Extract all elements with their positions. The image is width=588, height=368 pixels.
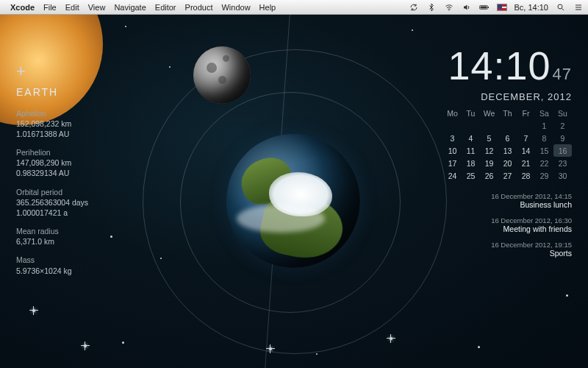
calendar-day-cell[interactable] <box>480 119 498 132</box>
orbital-period-years: 1.000017421 a <box>16 208 156 218</box>
svg-rect-2 <box>488 7 489 8</box>
spotlight-icon[interactable] <box>556 3 566 12</box>
calendar-day-cell[interactable]: 28 <box>517 169 535 182</box>
calendar-day-cell[interactable]: 8 <box>535 132 553 144</box>
calendar-day-cell[interactable]: 22 <box>535 157 553 169</box>
calendar-day-header: Su <box>553 107 572 119</box>
expand-info-button[interactable]: + <box>16 60 156 82</box>
calendar-day-cell[interactable]: 7 <box>517 132 535 144</box>
menu-navigate[interactable]: Navigate <box>114 3 146 12</box>
calendar-day-cell[interactable]: 5 <box>480 132 498 144</box>
calendar-day-cell[interactable] <box>443 119 462 132</box>
star-icon <box>169 66 171 68</box>
calendar-day-cell[interactable]: 30 <box>553 169 572 182</box>
star-icon <box>84 344 87 347</box>
mean-radius-label: Mean radius <box>16 226 156 236</box>
calendar-day-cell[interactable]: 2 <box>553 119 572 132</box>
events-list: 16 December 2012, 14:15Business lunch16 … <box>417 192 572 258</box>
calendar-month-title: DECEMBER, 2012 <box>417 91 572 102</box>
calendar-day-cell[interactable]: 10 <box>443 144 462 157</box>
menu-window[interactable]: Window <box>221 3 250 12</box>
calendar-day-cell[interactable]: 1 <box>535 119 553 132</box>
svg-rect-3 <box>480 6 487 8</box>
calendar-day-cell[interactable] <box>517 119 535 132</box>
calendar-day-cell[interactable]: 25 <box>462 169 480 182</box>
calendar-day-cell[interactable] <box>462 119 480 132</box>
calendar-grid: MoTuWeThFrSaSu12345678910111213141516171… <box>417 107 572 182</box>
calendar-day-cell[interactable]: 24 <box>443 169 462 182</box>
calendar-day-cell[interactable]: 19 <box>480 157 498 169</box>
calendar-day-cell[interactable]: 18 <box>462 157 480 169</box>
calendar-day-header: Th <box>498 107 517 119</box>
app-menus: Xcode File Edit View Navigate Editor Pro… <box>10 3 276 12</box>
clock-calendar-panel: 14:1047 DECEMBER, 2012 MoTuWeThFrSaSu123… <box>417 43 572 265</box>
star-icon <box>478 346 480 348</box>
calendar-day-cell[interactable]: 21 <box>517 157 535 169</box>
event-item[interactable]: 16 December 2012, 19:15Sports <box>417 241 572 258</box>
star-icon <box>125 26 126 27</box>
orbital-period-label: Orbital period <box>16 187 156 197</box>
earth-body <box>226 134 360 268</box>
menu-editor[interactable]: Editor <box>155 3 176 12</box>
event-title: Business lunch <box>417 200 572 209</box>
calendar-day-header: Tu <box>462 107 480 119</box>
sync-icon[interactable] <box>409 3 419 12</box>
calendar-day-cell[interactable]: 26 <box>480 169 498 182</box>
svg-point-4 <box>558 4 562 9</box>
macos-menubar: Xcode File Edit View Navigate Editor Pro… <box>0 0 588 15</box>
calendar-day-header: Sa <box>535 107 553 119</box>
star-icon <box>566 294 568 297</box>
event-item[interactable]: 16 December 2012, 14:15Business lunch <box>417 192 572 209</box>
menu-app[interactable]: Xcode <box>10 3 35 12</box>
volume-icon[interactable] <box>462 3 472 12</box>
perihelion-au: 0.98329134 AU <box>16 168 156 178</box>
star-icon <box>122 342 124 344</box>
calendar-day-cell[interactable] <box>498 119 517 132</box>
calendar-day-cell[interactable]: 23 <box>553 157 572 169</box>
star-icon <box>269 347 272 350</box>
notification-center-icon[interactable] <box>573 3 584 12</box>
event-when: 16 December 2012, 19:15 <box>417 241 572 249</box>
menubar-status-area: Bc, 14:10 <box>409 3 584 12</box>
wifi-icon[interactable] <box>444 3 454 12</box>
planet-name: EARTH <box>16 85 156 99</box>
star-icon <box>316 353 318 355</box>
calendar-day-header: Mo <box>443 107 462 119</box>
event-title: Sports <box>417 249 572 258</box>
calendar-day-cell[interactable]: 3 <box>443 132 462 144</box>
calendar-day-cell[interactable]: 4 <box>462 132 480 144</box>
menu-file[interactable]: File <box>43 3 57 12</box>
mass-label: Mass <box>16 255 156 265</box>
star-icon <box>390 337 392 340</box>
calendar-day-header: We <box>480 107 498 119</box>
input-source-icon[interactable] <box>497 4 507 11</box>
battery-icon[interactable] <box>479 3 490 12</box>
calendar-day-cell[interactable]: 17 <box>443 157 462 169</box>
calendar-day-cell[interactable]: 27 <box>498 169 517 182</box>
orbital-period-days: 365.256363004 days <box>16 197 156 208</box>
clock-hhmm: 14:10 <box>448 43 551 88</box>
event-item[interactable]: 16 December 2012, 16:30Meeting with frie… <box>417 216 572 233</box>
calendar-day-cell[interactable]: 6 <box>498 132 517 144</box>
star-icon <box>160 258 162 259</box>
menu-view[interactable]: View <box>88 3 106 12</box>
aphelion-label: Aphelion <box>16 108 156 118</box>
event-when: 16 December 2012, 14:15 <box>417 192 572 200</box>
menu-help[interactable]: Help <box>259 3 276 12</box>
svg-point-0 <box>448 10 449 10</box>
calendar-day-cell[interactable]: 12 <box>480 144 498 157</box>
menu-edit[interactable]: Edit <box>65 3 79 12</box>
bluetooth-icon[interactable] <box>426 3 437 12</box>
menu-product[interactable]: Product <box>185 3 213 12</box>
calendar-day-cell[interactable]: 11 <box>462 144 480 157</box>
calendar-day-cell[interactable]: 29 <box>535 169 553 182</box>
moon-body <box>193 46 251 104</box>
calendar-day-cell[interactable]: 14 <box>517 144 535 157</box>
calendar-day-header: Fr <box>517 107 535 119</box>
calendar-day-cell[interactable]: 16 <box>553 144 572 157</box>
calendar-day-cell[interactable]: 9 <box>553 132 572 144</box>
menubar-clock[interactable]: Bc, 14:10 <box>514 3 548 12</box>
calendar-day-cell[interactable]: 13 <box>498 144 517 157</box>
calendar-day-cell[interactable]: 20 <box>498 157 517 169</box>
calendar-day-cell[interactable]: 15 <box>535 144 553 157</box>
